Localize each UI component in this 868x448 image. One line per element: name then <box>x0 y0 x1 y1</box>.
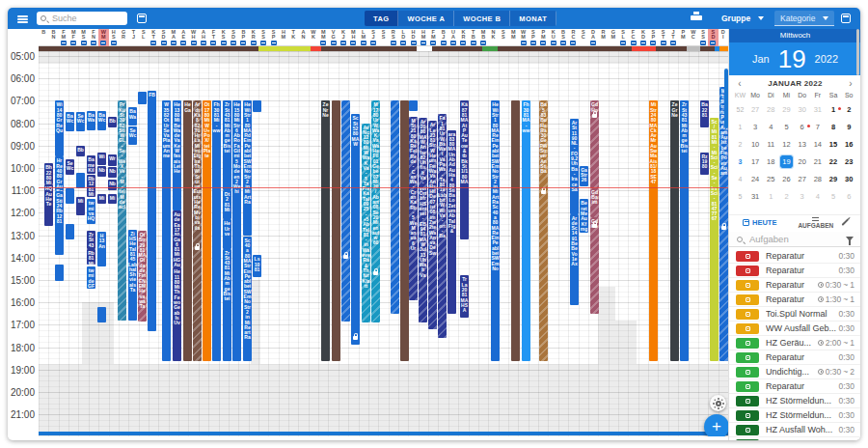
category-dropdown[interactable]: Kategorie <box>774 11 834 26</box>
task-row[interactable]: Reparatur0:30 <box>729 249 860 264</box>
appointment-bar[interactable]: Ba2281 <box>700 100 709 127</box>
task-row[interactable]: Reparatur0:30 <box>729 350 860 365</box>
appointment-bar[interactable]: Mi <box>76 197 85 215</box>
edit-icon[interactable] <box>841 218 849 226</box>
column-header[interactable]: WM <box>98 29 108 46</box>
task-row[interactable]: Toi.Spül Normal0:30 <box>729 307 860 322</box>
appointment-bar[interactable]: Nb <box>108 167 117 179</box>
search-input[interactable] <box>50 13 118 24</box>
column-header[interactable]: VG <box>329 29 339 46</box>
column-header[interactable]: SS <box>499 29 508 46</box>
appointment-bar[interactable] <box>341 100 350 322</box>
calendar-day[interactable]: 6 <box>795 121 810 133</box>
appointment-bar[interactable]: Mi <box>108 194 117 204</box>
calendar-day[interactable]: 24 <box>747 173 763 185</box>
calendar-day[interactable]: 25 <box>763 173 778 185</box>
appointment-bar[interactable]: ZeGrNe <box>670 100 679 360</box>
calendar-day[interactable]: 26 <box>778 173 794 185</box>
column-header[interactable]: FM <box>428 29 438 46</box>
column-header[interactable]: SS <box>698 29 708 46</box>
appointment-bar[interactable]: ArLe2381StrWHeumFwWaVaAnHsHilDe07ist08im… <box>428 121 437 329</box>
appointment-bar[interactable]: BaWa <box>87 111 95 130</box>
calendar-day[interactable]: 8 <box>826 121 841 133</box>
appointment-bar[interactable] <box>66 224 74 239</box>
appointment-bar[interactable]: BaWc <box>97 111 106 130</box>
calendar-day[interactable]: 10 <box>747 138 763 151</box>
appointment-bar[interactable]: BameKil <box>87 155 95 174</box>
calendar-day[interactable]: 15 <box>826 138 841 151</box>
appointment-bar[interactable]: Wi <box>97 153 106 165</box>
column-header[interactable]: WK <box>309 29 318 46</box>
appointment-bar[interactable] <box>97 307 106 322</box>
task-row[interactable]: HZ Störmeldun...0:30 <box>729 437 860 440</box>
appointment-bar[interactable]: Rb1281Mi <box>87 175 95 197</box>
appointment-bar[interactable]: ArSt1190NL-FO9.2UhBa-IraceSa <box>570 119 579 214</box>
calendar-day[interactable]: 1 <box>763 190 778 203</box>
appointment-bar[interactable]: AudeEa1780 <box>173 210 181 236</box>
calendar-day[interactable]: 5 <box>778 121 794 133</box>
appointment-bar[interactable]: Sc/Mi81Mi-MiSci-Sci-Se-IrsSci-81477767 <box>710 118 719 361</box>
appointment-bar[interactable]: PrKüSt3082StiWGL-Se-WeXVe-M-telMdeacl <box>118 100 126 320</box>
column-header[interactable]: HS <box>109 29 119 46</box>
column-header[interactable]: FC <box>628 29 637 46</box>
appointment-bar[interactable]: ZrSt43 <box>87 231 95 249</box>
appointment-bar[interactable]: twmivaHQ <box>87 199 95 224</box>
task-row[interactable]: WW Ausfall Geb...0:30 <box>729 322 860 336</box>
appointment-bar[interactable]: Fh3081Mi-ww <box>212 100 221 360</box>
appointment-bar[interactable]: Kä8781MAAtPAuTeow&tbBkSt1/180MA <box>460 100 469 239</box>
appointment-bar[interactable]: HeWiStr180MARdEinPeablbeiSWEmNoStr2inMiA… <box>243 100 252 235</box>
appointment-bar[interactable]: FB <box>148 91 156 331</box>
appointment-bar[interactable]: M1780UrWWaKVaWaHeFil01Gebe07Mi20/Abart08… <box>371 100 380 322</box>
appointment-bar[interactable]: W3582OtUrSeVaPlaumAnme <box>162 100 171 360</box>
column-header[interactable]: SD <box>158 29 168 46</box>
column-header[interactable]: SC <box>579 29 588 46</box>
task-row[interactable]: HZ Störmeldun...0:30 <box>729 408 860 423</box>
task-search-box[interactable] <box>729 232 860 247</box>
task-search-input[interactable] <box>747 233 834 245</box>
calendar-day[interactable]: 5 <box>826 190 841 203</box>
appointment-bar[interactable]: GaStr26 <box>580 166 588 186</box>
appointment-bar[interactable]: Rb81Mi <box>87 249 95 265</box>
appointment-bar[interactable]: GdHo <box>590 217 599 314</box>
appointment-bar[interactable]: BaWc <box>66 112 74 131</box>
appointment-bar[interactable]: HQAuHeTe <box>44 184 53 226</box>
calendar-day[interactable]: 4 <box>763 121 778 133</box>
column-header[interactable]: SS <box>258 29 268 46</box>
calendar-day[interactable]: 6 <box>841 190 856 203</box>
appointment-bar[interactable]: SeWc <box>128 126 137 145</box>
column-header[interactable]: TB <box>469 29 478 46</box>
task-row[interactable]: Reparatur0:30~1 <box>729 278 860 293</box>
calendar-day[interactable]: 7 <box>810 121 826 133</box>
appointment-bar[interactable]: ScSt5280MAW <box>351 114 360 345</box>
appointment-bar[interactable]: BaWa <box>128 107 137 126</box>
column-header[interactable]: LM <box>359 29 368 46</box>
add-appointment-fab[interactable]: + <box>704 414 728 436</box>
search-box[interactable] <box>37 12 127 25</box>
calendar-day[interactable]: 3 <box>795 190 810 203</box>
column-header[interactable]: HM <box>419 29 428 46</box>
tab-woche-b[interactable]: WOCHE B <box>454 11 510 26</box>
appointment-bar[interactable]: He1580MiStr6AbRoFaGilmi5Modeen2Wehi <box>232 100 241 360</box>
calendar-day[interactable]: 16 <box>841 138 856 151</box>
column-header[interactable]: PM <box>538 29 548 46</box>
column-header[interactable]: KU <box>548 29 557 46</box>
column-header[interactable]: WH <box>188 29 198 46</box>
task-row[interactable]: HZ Ausfall Woh...0:30 <box>729 423 860 437</box>
column-header[interactable]: KR <box>458 29 468 46</box>
column-header[interactable]: TK <box>288 29 298 46</box>
column-header[interactable]: MH <box>348 29 358 46</box>
column-header[interactable]: RM <box>598 29 608 46</box>
tasks-tab[interactable]: AUFGABEN <box>798 217 833 229</box>
calendar-day[interactable]: 17 <box>747 155 763 168</box>
appointment-bar[interactable]: Nb <box>97 166 106 178</box>
appointment-bar[interactable]: OtStr2981MAGtdadeFinENEMHevawaTa <box>138 231 147 322</box>
column-header[interactable]: HM <box>279 29 288 46</box>
appointment-bar[interactable] <box>409 100 418 110</box>
calendar-day[interactable]: 30 <box>795 103 810 116</box>
task-row[interactable]: Reparatur0:30 <box>729 379 860 394</box>
column-header[interactable]: JT <box>668 29 678 46</box>
calendar-day[interactable]: 23 <box>841 155 856 168</box>
calendar-check-icon[interactable] <box>841 14 851 23</box>
column-header[interactable]: BS <box>558 29 568 46</box>
appointment-bar[interactable]: Mi <box>97 194 106 204</box>
